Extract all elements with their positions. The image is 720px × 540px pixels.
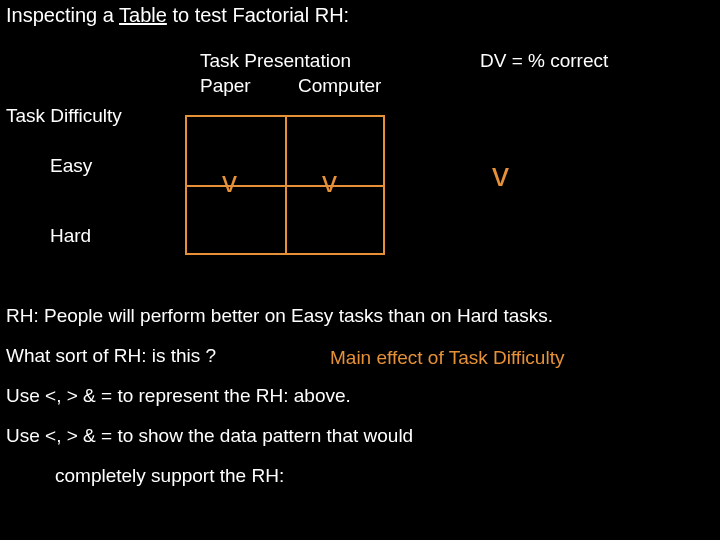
grid-horizontal-line: [185, 185, 385, 187]
factorial-grid: [185, 115, 385, 255]
question-text: What sort of RH: is this ?: [6, 345, 216, 367]
rh-statement: RH: People will perform better on Easy t…: [6, 305, 553, 327]
title-underline: Table: [119, 4, 167, 26]
task-difficulty-label: Task Difficulty: [6, 105, 122, 127]
dv-label: DV = % correct: [480, 50, 608, 72]
comparison-mark-computer: v: [322, 165, 338, 199]
title-part3: to test Factorial RH:: [167, 4, 349, 26]
paper-label: Paper: [200, 75, 251, 97]
task-presentation-label: Task Presentation: [200, 50, 351, 72]
instruction-2-cont: completely support the RH:: [55, 465, 284, 487]
slide-title: Inspecting a Table to test Factorial RH:: [6, 4, 349, 27]
instruction-2: Use <, > & = to show the data pattern th…: [6, 425, 413, 447]
comparison-mark-paper: v: [222, 165, 238, 199]
instruction-1: Use <, > & = to represent the RH: above.: [6, 385, 351, 407]
answer-text: Main effect of Task Difficulty: [330, 347, 564, 369]
computer-label: Computer: [298, 75, 381, 97]
easy-label: Easy: [50, 155, 92, 177]
title-part1: Inspecting a: [6, 4, 119, 26]
hard-label: Hard: [50, 225, 91, 247]
comparison-mark-main: v: [492, 155, 509, 194]
